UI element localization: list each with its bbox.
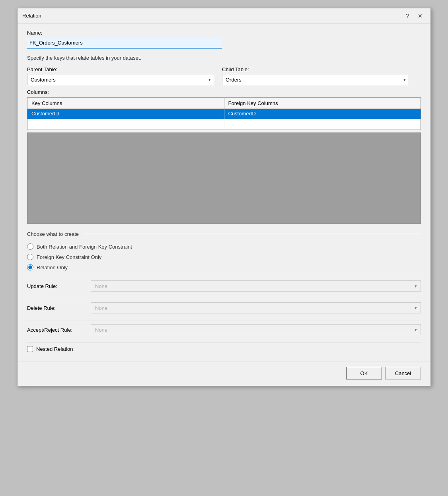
- key-cell-0: CustomerID: [27, 109, 224, 119]
- fk-cell-1: [224, 119, 421, 129]
- radio-both[interactable]: Both Relation and Foreign Key Constraint: [27, 243, 421, 250]
- parent-table-dropdown-wrapper: Customers ▾: [27, 74, 214, 85]
- update-rule-label: Update Rule:: [27, 283, 91, 289]
- hint-text: Specify the keys that relate tables in y…: [27, 55, 421, 61]
- name-label: Name:: [27, 30, 421, 36]
- radio-relation-only-label: Relation Only: [37, 265, 68, 270]
- tables-row: Parent Table: Customers ▾ Child Table: O…: [27, 66, 421, 85]
- delete-rule-row: Delete Rule: None ▾: [27, 299, 421, 317]
- radio-relation-only-input[interactable]: [27, 264, 33, 270]
- columns-label: Columns:: [27, 89, 421, 95]
- radio-fk-only-label: Foreign Key Constraint Only: [37, 254, 101, 260]
- delete-rule-select[interactable]: None: [91, 302, 421, 313]
- footer: OK Cancel: [18, 362, 430, 386]
- title-bar: Relation ? ✕: [18, 8, 430, 23]
- child-table-select[interactable]: Orders: [222, 74, 409, 85]
- parent-table-field: Parent Table: Customers ▾: [27, 66, 214, 85]
- radio-fk-only-input[interactable]: [27, 254, 33, 260]
- radio-fk-only[interactable]: Foreign Key Constraint Only: [27, 254, 421, 260]
- update-rule-dropdown-wrapper: None ▾: [91, 280, 421, 292]
- fk-cell-0: CustomerID: [224, 109, 421, 119]
- radio-group: Both Relation and Foreign Key Constraint…: [27, 243, 421, 270]
- ok-button[interactable]: OK: [346, 367, 382, 379]
- parent-table-select[interactable]: Customers: [27, 74, 214, 85]
- nested-relation-checkbox[interactable]: [27, 346, 33, 352]
- delete-rule-label: Delete Rule:: [27, 305, 91, 311]
- divider-section: Choose what to create: [27, 231, 421, 237]
- choose-create-label: Choose what to create: [27, 231, 79, 237]
- nested-relation-label: Nested Relation: [36, 346, 73, 352]
- divider-line: [83, 234, 421, 234]
- dialog-body: Name: Specify the keys that relate table…: [18, 23, 430, 362]
- columns-header: Key Columns Foreign Key Columns: [27, 98, 421, 109]
- columns-section: Columns: Key Columns Foreign Key Columns…: [27, 89, 421, 224]
- child-table-field: Child Table: Orders ▾: [222, 66, 409, 85]
- title-bar-left: Relation: [22, 13, 41, 19]
- accept-reject-rule-dropdown-wrapper: None ▾: [91, 324, 421, 335]
- cancel-button[interactable]: Cancel: [385, 367, 421, 379]
- radio-relation-only[interactable]: Relation Only: [27, 264, 421, 270]
- nested-relation-row: Nested Relation: [27, 342, 421, 355]
- fk-columns-header: Foreign Key Columns: [224, 98, 421, 109]
- key-cell-1: [27, 119, 224, 129]
- gray-area: [27, 132, 421, 224]
- name-input[interactable]: [27, 37, 222, 49]
- accept-reject-rule-row: Accept/Reject Rule: None ▾: [27, 321, 421, 338]
- parent-table-label: Parent Table:: [27, 66, 214, 72]
- child-table-label: Child Table:: [222, 66, 409, 72]
- accept-reject-rule-label: Accept/Reject Rule:: [27, 327, 91, 333]
- accept-reject-rule-select[interactable]: None: [91, 324, 421, 335]
- update-rule-row: Update Rule: None ▾: [27, 277, 421, 295]
- delete-rule-dropdown-wrapper: None ▾: [91, 302, 421, 313]
- radio-both-input[interactable]: [27, 243, 33, 250]
- title-bar-right: ? ✕: [402, 10, 426, 21]
- help-button[interactable]: ?: [402, 10, 413, 21]
- close-button[interactable]: ✕: [415, 10, 426, 21]
- key-columns-header: Key Columns: [27, 98, 224, 109]
- radio-both-label: Both Relation and Foreign Key Constraint: [37, 244, 132, 250]
- table-row[interactable]: CustomerID CustomerID: [27, 109, 421, 119]
- child-table-dropdown-wrapper: Orders ▾: [222, 74, 409, 85]
- columns-table: Key Columns Foreign Key Columns Customer…: [27, 97, 421, 130]
- name-section: Name:: [27, 30, 421, 49]
- relation-dialog: Relation ? ✕ Name: Specify the keys that…: [17, 8, 431, 386]
- columns-rows: CustomerID CustomerID: [27, 109, 421, 130]
- update-rule-select[interactable]: None: [91, 280, 421, 292]
- table-row[interactable]: [27, 119, 421, 130]
- dialog-title: Relation: [22, 13, 41, 19]
